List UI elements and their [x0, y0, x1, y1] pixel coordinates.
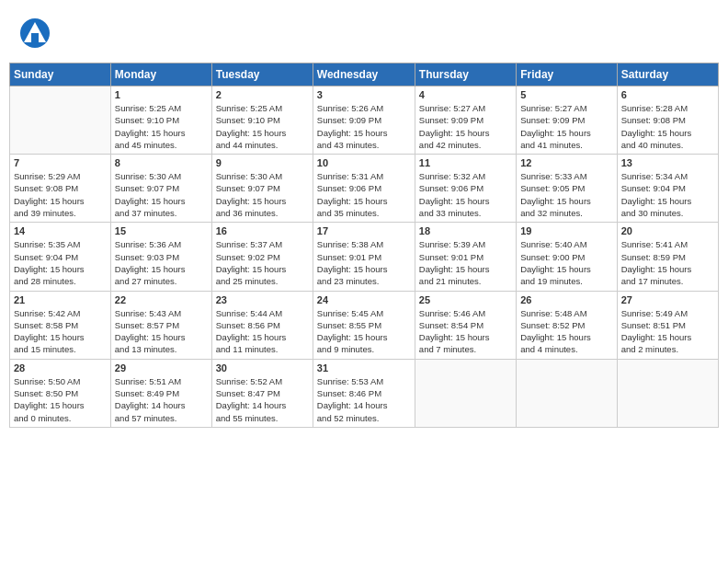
calendar-cell: 28Sunrise: 5:50 AM Sunset: 8:50 PM Dayli…	[10, 359, 111, 427]
day-number: 25	[419, 294, 512, 305]
day-info: Sunrise: 5:49 AM Sunset: 8:51 PM Dayligh…	[621, 307, 714, 356]
day-info: Sunrise: 5:28 AM Sunset: 9:08 PM Dayligh…	[621, 102, 714, 151]
day-info: Sunrise: 5:52 AM Sunset: 8:47 PM Dayligh…	[216, 375, 309, 424]
day-number: 24	[317, 294, 411, 305]
day-number: 1	[115, 89, 208, 100]
day-info: Sunrise: 5:41 AM Sunset: 8:59 PM Dayligh…	[621, 238, 714, 287]
day-number: 11	[419, 157, 512, 168]
day-number: 29	[115, 362, 208, 373]
day-number: 10	[317, 157, 411, 168]
day-number: 15	[115, 225, 208, 236]
day-info: Sunrise: 5:34 AM Sunset: 9:04 PM Dayligh…	[621, 170, 714, 219]
day-number: 14	[14, 225, 107, 236]
calendar-cell	[617, 359, 718, 427]
day-number: 4	[419, 89, 512, 100]
calendar-cell: 4Sunrise: 5:27 AM Sunset: 9:09 PM Daylig…	[415, 86, 516, 155]
calendar-cell: 24Sunrise: 5:45 AM Sunset: 8:55 PM Dayli…	[313, 291, 415, 359]
calendar-cell: 29Sunrise: 5:51 AM Sunset: 8:49 PM Dayli…	[110, 359, 211, 427]
calendar-cell: 11Sunrise: 5:32 AM Sunset: 9:06 PM Dayli…	[415, 155, 516, 223]
day-number: 18	[419, 225, 512, 236]
calendar-cell	[517, 359, 617, 427]
day-info: Sunrise: 5:35 AM Sunset: 9:04 PM Dayligh…	[14, 238, 107, 287]
day-number: 16	[216, 225, 309, 236]
day-info: Sunrise: 5:37 AM Sunset: 9:02 PM Dayligh…	[216, 238, 309, 287]
day-header-tuesday: Tuesday	[211, 63, 313, 86]
day-info: Sunrise: 5:36 AM Sunset: 9:03 PM Dayligh…	[115, 238, 208, 287]
calendar-cell: 21Sunrise: 5:42 AM Sunset: 8:58 PM Dayli…	[10, 291, 111, 359]
day-info: Sunrise: 5:25 AM Sunset: 9:10 PM Dayligh…	[115, 102, 208, 151]
calendar-cell: 13Sunrise: 5:34 AM Sunset: 9:04 PM Dayli…	[617, 155, 718, 223]
day-number: 28	[14, 362, 107, 373]
calendar-cell: 23Sunrise: 5:44 AM Sunset: 8:56 PM Dayli…	[211, 291, 313, 359]
day-info: Sunrise: 5:46 AM Sunset: 8:54 PM Dayligh…	[419, 307, 512, 356]
day-header-thursday: Thursday	[415, 63, 516, 86]
day-info: Sunrise: 5:33 AM Sunset: 9:05 PM Dayligh…	[520, 170, 612, 219]
day-number: 20	[621, 225, 714, 236]
day-number: 17	[317, 225, 411, 236]
calendar-cell: 6Sunrise: 5:28 AM Sunset: 9:08 PM Daylig…	[617, 86, 718, 155]
day-info: Sunrise: 5:26 AM Sunset: 9:09 PM Dayligh…	[317, 102, 411, 151]
day-number: 3	[317, 89, 411, 100]
day-info: Sunrise: 5:32 AM Sunset: 9:06 PM Dayligh…	[419, 170, 512, 219]
day-info: Sunrise: 5:50 AM Sunset: 8:50 PM Dayligh…	[14, 375, 107, 424]
calendar-cell: 1Sunrise: 5:25 AM Sunset: 9:10 PM Daylig…	[110, 86, 211, 155]
day-number: 7	[14, 157, 107, 168]
day-info: Sunrise: 5:42 AM Sunset: 8:58 PM Dayligh…	[14, 307, 107, 356]
day-info: Sunrise: 5:53 AM Sunset: 8:46 PM Dayligh…	[317, 375, 411, 424]
calendar-table: SundayMondayTuesdayWednesdayThursdayFrid…	[9, 63, 719, 428]
day-number: 2	[216, 89, 309, 100]
calendar-cell: 8Sunrise: 5:30 AM Sunset: 9:07 PM Daylig…	[110, 155, 211, 223]
day-info: Sunrise: 5:44 AM Sunset: 8:56 PM Dayligh…	[216, 307, 309, 356]
day-number: 6	[621, 89, 714, 100]
calendar-cell: 19Sunrise: 5:40 AM Sunset: 9:00 PM Dayli…	[517, 223, 617, 291]
day-number: 21	[14, 294, 107, 305]
day-info: Sunrise: 5:48 AM Sunset: 8:52 PM Dayligh…	[520, 307, 612, 356]
day-header-wednesday: Wednesday	[313, 63, 415, 86]
day-info: Sunrise: 5:30 AM Sunset: 9:07 PM Dayligh…	[216, 170, 309, 219]
logo-icon	[18, 17, 51, 50]
day-number: 13	[621, 157, 714, 168]
day-info: Sunrise: 5:40 AM Sunset: 9:00 PM Dayligh…	[520, 238, 612, 287]
day-info: Sunrise: 5:27 AM Sunset: 9:09 PM Dayligh…	[419, 102, 512, 151]
calendar-cell: 2Sunrise: 5:25 AM Sunset: 9:10 PM Daylig…	[211, 86, 313, 155]
calendar-cell: 18Sunrise: 5:39 AM Sunset: 9:01 PM Dayli…	[415, 223, 516, 291]
calendar-cell: 15Sunrise: 5:36 AM Sunset: 9:03 PM Dayli…	[110, 223, 211, 291]
calendar-cell: 12Sunrise: 5:33 AM Sunset: 9:05 PM Dayli…	[517, 155, 617, 223]
calendar-cell: 22Sunrise: 5:43 AM Sunset: 8:57 PM Dayli…	[110, 291, 211, 359]
calendar-cell: 30Sunrise: 5:52 AM Sunset: 8:47 PM Dayli…	[211, 359, 313, 427]
day-info: Sunrise: 5:45 AM Sunset: 8:55 PM Dayligh…	[317, 307, 411, 356]
calendar-cell: 31Sunrise: 5:53 AM Sunset: 8:46 PM Dayli…	[313, 359, 415, 427]
calendar-cell: 17Sunrise: 5:38 AM Sunset: 9:01 PM Dayli…	[313, 223, 415, 291]
day-info: Sunrise: 5:31 AM Sunset: 9:06 PM Dayligh…	[317, 170, 411, 219]
calendar-cell: 5Sunrise: 5:27 AM Sunset: 9:09 PM Daylig…	[517, 86, 617, 155]
day-header-friday: Friday	[517, 63, 617, 86]
day-info: Sunrise: 5:39 AM Sunset: 9:01 PM Dayligh…	[419, 238, 512, 287]
calendar-cell: 7Sunrise: 5:29 AM Sunset: 9:08 PM Daylig…	[10, 155, 111, 223]
calendar-cell: 10Sunrise: 5:31 AM Sunset: 9:06 PM Dayli…	[313, 155, 415, 223]
svg-rect-2	[31, 33, 39, 42]
day-info: Sunrise: 5:38 AM Sunset: 9:01 PM Dayligh…	[317, 238, 411, 287]
calendar-cell: 26Sunrise: 5:48 AM Sunset: 8:52 PM Dayli…	[517, 291, 617, 359]
calendar-cell: 27Sunrise: 5:49 AM Sunset: 8:51 PM Dayli…	[617, 291, 718, 359]
day-header-sunday: Sunday	[10, 63, 111, 86]
day-number: 26	[520, 294, 612, 305]
calendar-cell	[10, 86, 111, 155]
calendar-cell: 16Sunrise: 5:37 AM Sunset: 9:02 PM Dayli…	[211, 223, 313, 291]
day-header-saturday: Saturday	[617, 63, 718, 86]
day-number: 12	[520, 157, 612, 168]
calendar-cell: 14Sunrise: 5:35 AM Sunset: 9:04 PM Dayli…	[10, 223, 111, 291]
calendar-cell: 25Sunrise: 5:46 AM Sunset: 8:54 PM Dayli…	[415, 291, 516, 359]
day-number: 9	[216, 157, 309, 168]
day-number: 19	[520, 225, 612, 236]
day-info: Sunrise: 5:43 AM Sunset: 8:57 PM Dayligh…	[115, 307, 208, 356]
day-info: Sunrise: 5:51 AM Sunset: 8:49 PM Dayligh…	[115, 375, 208, 424]
day-number: 22	[115, 294, 208, 305]
day-number: 5	[520, 89, 612, 100]
day-info: Sunrise: 5:30 AM Sunset: 9:07 PM Dayligh…	[115, 170, 208, 219]
page-header	[9, 9, 719, 57]
day-info: Sunrise: 5:25 AM Sunset: 9:10 PM Dayligh…	[216, 102, 309, 151]
day-number: 30	[216, 362, 309, 373]
calendar-cell: 20Sunrise: 5:41 AM Sunset: 8:59 PM Dayli…	[617, 223, 718, 291]
calendar-cell: 9Sunrise: 5:30 AM Sunset: 9:07 PM Daylig…	[211, 155, 313, 223]
day-number: 27	[621, 294, 714, 305]
